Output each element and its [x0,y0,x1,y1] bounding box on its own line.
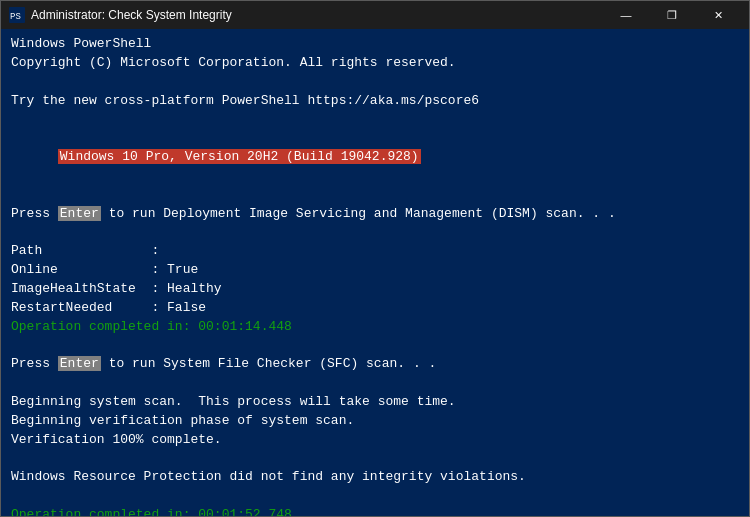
line-powershell-title: Windows PowerShell [11,35,739,54]
svg-text:PS: PS [10,12,21,22]
line-beginning-scan: Beginning system scan. This process will… [11,393,739,412]
line-blank-2 [11,110,739,129]
line-no-integrity: Windows Resource Protection did not find… [11,468,739,487]
line-blank-4 [11,223,739,242]
line-blank-1 [11,73,739,92]
line-blank-7 [11,450,739,469]
close-button[interactable]: ✕ [695,1,741,29]
line-path: Path : [11,242,739,261]
enter-key-1: Enter [58,206,101,221]
console-area[interactable]: Windows PowerShell Copyright (C) Microso… [1,29,749,516]
line-blank-8 [11,487,739,506]
line-verification-phase: Beginning verification phase of system s… [11,412,739,431]
line-cross-platform: Try the new cross-platform PowerShell ht… [11,92,739,111]
line-imagehealth: ImageHealthState : Healthy [11,280,739,299]
line-copyright: Copyright (C) Microsoft Corporation. All… [11,54,739,73]
powershell-icon: PS [9,7,25,23]
line-online: Online : True [11,261,739,280]
enter-key-2: Enter [58,356,101,371]
line-operation-2: Operation completed in: 00:01:52.748 [11,506,739,516]
line-operation-1: Operation completed in: 00:01:14.448 [11,318,739,337]
line-verification-complete: Verification 100% complete. [11,431,739,450]
window: PS Administrator: Check System Integrity… [0,0,750,517]
line-blank-3 [11,186,739,205]
os-highlight-text: Windows 10 Pro, Version 20H2 (Build 1904… [58,149,421,164]
minimize-button[interactable]: — [603,1,649,29]
title-bar-controls: — ❐ ✕ [603,1,741,29]
line-restartneeded: RestartNeeded : False [11,299,739,318]
line-blank-5 [11,337,739,356]
window-title: Administrator: Check System Integrity [31,8,603,22]
line-os-info: Windows 10 Pro, Version 20H2 (Build 1904… [11,129,739,186]
line-enter-prompt-2: Press Enter to run System File Checker (… [11,355,739,374]
restore-button[interactable]: ❐ [649,1,695,29]
line-enter-prompt-1: Press Enter to run Deployment Image Serv… [11,205,739,224]
line-blank-6 [11,374,739,393]
title-bar: PS Administrator: Check System Integrity… [1,1,749,29]
